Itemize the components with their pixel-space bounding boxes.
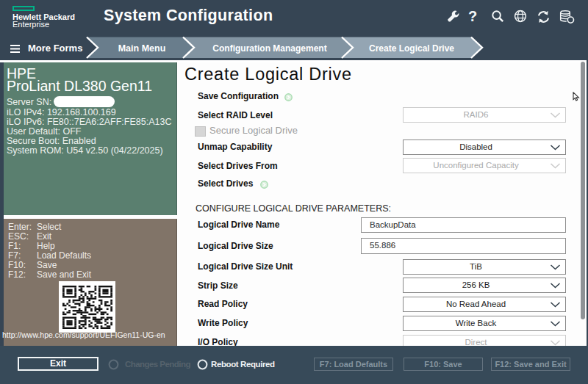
svg-text:Main Menu: Main Menu (118, 43, 166, 54)
svg-text:More Forms: More Forms (28, 43, 82, 54)
svg-text:Configuration Management: Configuration Management (212, 43, 326, 54)
svg-text:Create Logical Drive: Create Logical Drive (369, 43, 454, 54)
